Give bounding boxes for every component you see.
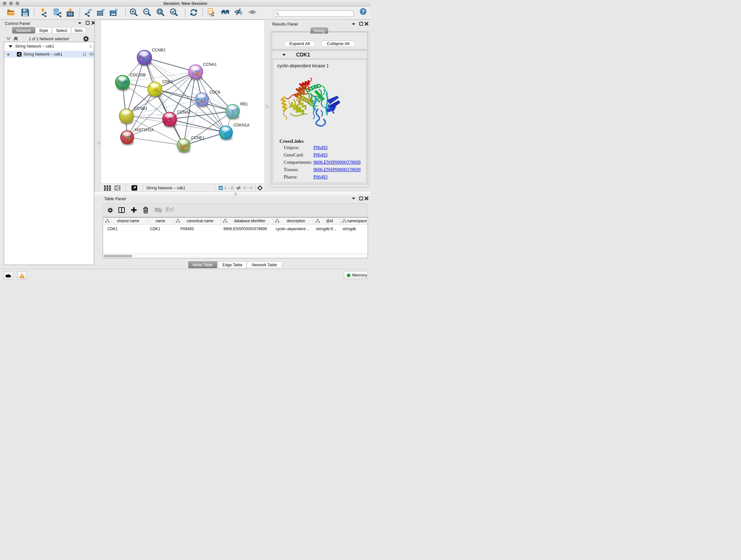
svg-text:CCNA1: CCNA1 xyxy=(203,62,217,67)
svg-text:CDKN1A: CDKN1A xyxy=(233,123,250,127)
svg-text:CDK1: CDK1 xyxy=(162,79,173,84)
svg-text:HIST1H1A: HIST1H1A xyxy=(135,128,154,132)
svg-text:RB1: RB1 xyxy=(240,102,248,106)
svg-text:CCNE1: CCNE1 xyxy=(191,136,205,140)
svg-text:CCNB2: CCNB2 xyxy=(152,48,165,52)
svg-text:CDC6: CDC6 xyxy=(209,90,220,95)
svg-text:CCNB1: CCNB1 xyxy=(134,106,147,111)
svg-text:CCNA2: CCNA2 xyxy=(177,110,191,114)
svg-text:CDC25B: CDC25B xyxy=(130,73,146,77)
svg-text:?: ? xyxy=(361,9,364,14)
